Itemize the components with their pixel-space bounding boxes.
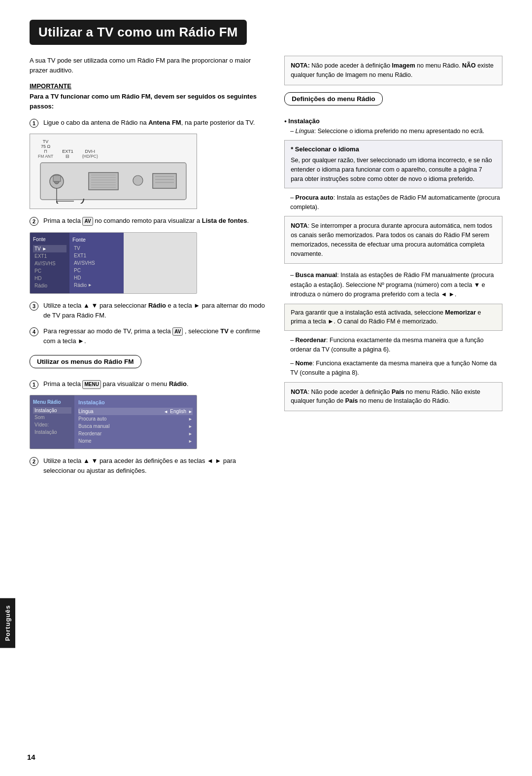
tv-port-fm: TV 75 Ω ⊓ FM ANT: [38, 139, 53, 159]
menu-step-1-text: Prima a tecla MENU para visualizar o men…: [43, 379, 189, 389]
menu-col2-pc: PC: [72, 267, 121, 274]
importante-text: Para a TV funcionar como um Rádio FM, de…: [30, 92, 269, 111]
av-key-2: AV: [172, 327, 183, 336]
menu-col2-avsvhs: AV/SVHS: [72, 259, 121, 267]
page-number: 14: [27, 753, 35, 761]
menu-key: MENU: [82, 380, 100, 389]
left-column: A sua TV pode ser utilizada como um Rádi…: [30, 56, 269, 482]
nota-box-1: NOTA: Não pode aceder à definição Imagem…: [284, 56, 502, 85]
tv-diagram: TV 75 Ω ⊓ FM ANT EXT1 ⊟ DVI-I (HD/PC): [30, 134, 197, 209]
menu-step-2: 2 Utilize a tecla ▲ ▼ para aceder às def…: [30, 456, 269, 476]
seleccionar-title: * Seleccionar o idioma: [291, 144, 496, 154]
nome-item: Nome: Funciona exactamente da mesma mane…: [290, 359, 502, 378]
menu-item-pc: PC: [33, 267, 66, 275]
menu-col2-hd: HD: [72, 274, 121, 282]
menu2-col1-title: Menu Rádio: [33, 399, 71, 405]
nota-box-3: NOTA: Não pode aceder à definição País n…: [284, 382, 502, 412]
step-4: 4 Para regressar ao modo de TV, prima a …: [30, 326, 269, 346]
menu2-row-busca: Busca manual ►: [78, 423, 193, 430]
importante-label: IMPORTANTE: [30, 82, 269, 90]
menu-col1: Fonte TV ► EXT1 AV/SVHS PC HD Rádio: [30, 233, 69, 293]
lingua-item: Língua: Seleccione o idioma preferido no…: [290, 127, 502, 136]
menu-step-2-number: 2: [30, 457, 38, 466]
menu-col2-tv: TV: [72, 245, 121, 252]
menu-item-avsvhs: AV/SVHS: [33, 260, 66, 267]
instalacao-label: • Instalação: [284, 117, 502, 125]
menu-item-hd: HD: [33, 275, 66, 282]
menu-col2: Fonte TV EXT1 AV/SVHS PC HD Rádio ►: [69, 233, 124, 293]
nota-label-2: NOTA: [291, 222, 308, 229]
utilizar-menus-title: Utilizar os menus do Rádio FM: [30, 355, 141, 368]
menu-item-tv: TV ►: [33, 245, 66, 252]
step-1-text: Ligue o cabo da antena de Rádio na Anten…: [43, 118, 255, 128]
menu2-item-video: Vídeo:: [33, 421, 71, 428]
step-1-number: 1: [30, 119, 38, 128]
svg-rect-5: [53, 176, 61, 181]
step-3-text: Utilize a tecla ▲ ▼ para seleccionar Rád…: [43, 301, 269, 320]
tv-ports-row: TV 75 Ω ⊓ FM ANT EXT1 ⊟ DVI-I (HD/PC): [37, 139, 190, 159]
reordenar-item: Reordenar: Funciona exactamente da mesma…: [290, 336, 502, 355]
menu-step-1-number: 1: [30, 380, 38, 389]
nota-label-1: NOTA:: [291, 62, 310, 69]
step-1: 1 Ligue o cabo da antena de Rádio na Ant…: [30, 118, 269, 128]
tv-port-ext1: EXT1 ⊟: [62, 149, 73, 159]
menu-col2-ext1: EXT1: [72, 252, 121, 259]
step-2-text: Prima a tecla AV no comando remoto para …: [43, 216, 249, 226]
svg-point-13: [133, 176, 143, 185]
nota-label-3: NOTA: [291, 388, 308, 395]
procura-auto-item: Procura auto: Instala as estações de Rád…: [290, 193, 502, 212]
av-key: AV: [82, 217, 93, 226]
tv-port-dvi: DVI-I (HD/PC): [82, 149, 98, 159]
menu-item-radio: Rádio: [33, 282, 66, 289]
garantir-box: Para garantir que a instalação está acti…: [284, 304, 502, 331]
menu2-item-instalacao: Instalação: [33, 407, 71, 414]
seleccionar-box: * Seleccionar o idioma Se, por qualquer …: [284, 140, 502, 188]
step-3: 3 Utilize a tecla ▲ ▼ para seleccionar R…: [30, 301, 269, 320]
instalacao-section: • Instalação Língua: Seleccione o idioma…: [284, 117, 502, 412]
busca-manual-item: Busca manual: Instala as estações de Rád…: [290, 271, 502, 299]
intro-text: A sua TV pode ser utilizada como um Rádi…: [30, 56, 269, 75]
svg-rect-14: [153, 174, 176, 188]
lingua-dash-text: Língua: Seleccione o idioma preferido no…: [296, 128, 485, 135]
menu-col2-title: Fonte: [72, 237, 121, 243]
menu-step-1: 1 Prima a tecla MENU para visualizar o m…: [30, 379, 269, 389]
page-title: Utilizar a TV como um Rádio FM: [30, 20, 247, 45]
menu-step-2-text: Utilize a tecla ▲ ▼ para aceder às defin…: [43, 456, 269, 476]
menu2-col1: Menu Rádio Instalação Som Vídeo: Instala…: [30, 395, 74, 449]
definicoes-title: Definições do menu Rádio: [284, 92, 383, 106]
menu2-row-procura: Procura auto ►: [78, 415, 193, 423]
page: Utilizar a TV como um Rádio FM A sua TV …: [0, 0, 532, 776]
menu2-col2-title: Instalação: [78, 399, 193, 405]
right-column: NOTA: Não pode aceder à definição Imagem…: [284, 56, 502, 482]
tv-back-panel-svg: [39, 162, 187, 204]
menu2-row-nome: Nome ►: [78, 437, 193, 445]
step-2-number: 2: [30, 217, 38, 226]
seleccionar-text: Se, por qualquer razão, tiver selecciona…: [291, 156, 496, 183]
nota-box-2: NOTA: Se interromper a procura durante a…: [284, 216, 502, 264]
menu-radio-screenshot: Menu Rádio Instalação Som Vídeo: Instala…: [30, 395, 197, 449]
step-3-number: 3: [30, 302, 38, 311]
language-tab: Português: [0, 598, 15, 648]
step-2: 2 Prima a tecla AV no comando remoto par…: [30, 216, 269, 226]
menu2-item-instalacao2: Instalação: [33, 428, 71, 436]
step-4-number: 4: [30, 327, 38, 336]
menu-col1-title: Fonte: [33, 237, 66, 242]
two-column-layout: A sua TV pode ser utilizada como um Rádi…: [30, 56, 502, 482]
menu2-item-som: Som: [33, 414, 71, 421]
menu-item-ext1: EXT1: [33, 252, 66, 260]
fonte-menu-screenshot: Fonte TV ► EXT1 AV/SVHS PC HD Rádio Font…: [30, 232, 197, 294]
step-4-text: Para regressar ao modo de TV, prima a te…: [43, 326, 269, 346]
menu-col2-radio: Rádio ►: [72, 282, 121, 289]
menu2-col2: Instalação Língua ◄ English ► Procura au…: [74, 395, 197, 449]
menu2-row-lingua: Língua ◄ English ►: [78, 408, 193, 415]
menu2-row-reordenar: Reordenar ►: [78, 430, 193, 437]
